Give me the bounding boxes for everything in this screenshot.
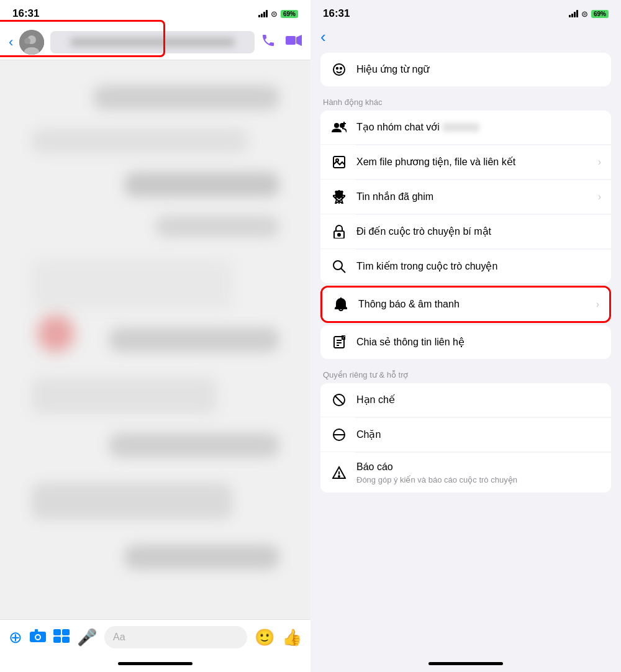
svg-point-27: [333, 261, 342, 270]
pinned-icon: [330, 188, 348, 206]
menu-scroll-area[interactable]: Hiệu ứng từ ngữ Hành động khác: [310, 53, 621, 655]
right-status-icons: ⊜ 69%: [569, 9, 609, 19]
menu-item-emoji-effects[interactable]: Hiệu ứng từ ngữ: [320, 53, 611, 86]
pinned-label: Tin nhắn đã ghim: [356, 191, 593, 204]
like-button[interactable]: 👍: [282, 628, 302, 647]
block-label: Chặn: [356, 429, 601, 442]
privacy-card: Hạn chế Chặn: [320, 383, 611, 493]
left-panel: 16:31 ⊜ 69% ‹: [0, 0, 310, 672]
right-battery-indicator: 69%: [591, 10, 609, 18]
pinned-text: Tin nhắn đã ghim: [356, 191, 593, 204]
pinned-chevron: ›: [598, 191, 601, 202]
red-blob: [37, 315, 75, 352]
search-icon: [330, 258, 348, 275]
menu-item-search[interactable]: Tìm kiếm trong cuộc trò chuyện: [320, 250, 611, 283]
add-button[interactable]: ⊕: [9, 628, 22, 647]
call-button[interactable]: [261, 33, 276, 52]
menu-item-report[interactable]: Báo cáo Đóng góp ý kiến và báo cáo cuộc …: [320, 453, 611, 493]
home-indicator-left: [0, 655, 310, 672]
avatar-image: [19, 30, 44, 55]
bottom-spacer: [310, 495, 621, 507]
media-files-label: Xem file phương tiện, file và liên kết: [356, 156, 593, 169]
home-bar: [118, 662, 193, 665]
notification-chevron: ›: [596, 299, 599, 310]
create-group-icon: [330, 119, 348, 136]
mic-button[interactable]: 🎤: [77, 628, 97, 647]
top-partial-item: Hiệu ứng từ ngữ: [320, 53, 611, 86]
svg-rect-10: [53, 629, 61, 635]
signal-icon: [258, 10, 268, 17]
secret-chat-icon: [330, 223, 348, 240]
share-contact-icon: [330, 334, 348, 351]
search-label: Tìm kiếm trong cuộc trò chuyện: [356, 260, 601, 273]
restrict-icon: [330, 391, 348, 409]
right-signal-icon: [569, 10, 578, 17]
svg-point-15: [337, 68, 338, 69]
menu-item-media-files[interactable]: Xem file phương tiện, file và liên kết ›: [320, 145, 611, 179]
share-contact-text: Chia sẻ thông tin liên hệ: [356, 336, 601, 349]
svg-rect-9: [35, 629, 38, 632]
svg-rect-11: [62, 629, 70, 635]
svg-line-32: [335, 396, 343, 404]
section-label-actions: Hành động khác: [310, 89, 621, 111]
report-label: Báo cáo: [356, 461, 601, 474]
contact-name-blurred: [71, 38, 234, 47]
menu-item-create-group[interactable]: Tạo nhóm chat với: [320, 111, 611, 145]
back-button-right[interactable]: ‹: [320, 27, 326, 47]
message-input[interactable]: Aa: [104, 626, 247, 648]
menu-item-pinned[interactable]: Tin nhắn đã ghim ›: [320, 180, 611, 214]
menu-item-notification[interactable]: Thông báo & âm thanh ›: [322, 288, 609, 321]
notification-sound-card: Thông báo & âm thanh ›: [320, 286, 611, 323]
chat-body: [0, 60, 310, 619]
svg-point-26: [338, 234, 340, 236]
notification-icon: [332, 296, 350, 313]
section-label-privacy: Quyền riêng tư & hỗ trợ: [310, 361, 621, 383]
video-button[interactable]: [286, 34, 302, 50]
camera-button[interactable]: [30, 628, 46, 647]
menu-item-secret-chat[interactable]: Đi đến cuộc trò chuyện bí mật: [320, 215, 611, 249]
emoji-button[interactable]: 🙂: [255, 628, 274, 647]
share-contact-label: Chia sẻ thông tin liên hệ: [356, 336, 601, 349]
notification-text: Thông báo & âm thanh: [358, 298, 591, 311]
svg-rect-13: [62, 637, 70, 643]
header-actions: [261, 33, 302, 52]
share-contact-card: Chia sẻ thông tin liên hệ: [320, 325, 611, 359]
contact-name-box: [50, 31, 255, 53]
report-sublabel: Đóng góp ý kiến và báo cáo cuộc trò chuy…: [356, 475, 601, 484]
svg-rect-4: [286, 36, 296, 45]
emoji-effects-icon: [330, 61, 348, 78]
menu-item-restrict[interactable]: Hạn chế: [320, 383, 611, 417]
home-indicator-right: [310, 655, 621, 672]
svg-point-17: [334, 123, 339, 128]
svg-line-28: [341, 268, 345, 273]
chat-footer: ⊕ 🎤 Aa 🙂 👍: [0, 619, 310, 655]
left-status-bar: 16:31 ⊜ 69%: [0, 0, 310, 25]
emoji-effects-text: Hiệu ứng từ ngữ: [356, 63, 601, 76]
svg-rect-12: [53, 637, 61, 643]
create-group-text: Tạo nhóm chat với: [356, 121, 601, 134]
back-button-left[interactable]: ‹: [9, 34, 13, 50]
svg-point-8: [36, 635, 40, 639]
svg-point-16: [340, 68, 342, 69]
right-panel: 16:31 ⊜ 69% ‹: [310, 0, 621, 672]
avatar[interactable]: [19, 30, 44, 55]
media-files-chevron: ›: [598, 157, 601, 168]
right-header: ‹: [310, 25, 621, 53]
right-home-bar: [428, 662, 503, 665]
report-text: Báo cáo Đóng góp ý kiến và báo cáo cuộc …: [356, 461, 601, 484]
block-icon: [330, 426, 348, 443]
svg-point-37: [338, 476, 340, 477]
right-time: 16:31: [323, 7, 350, 20]
emoji-effects-label: Hiệu ứng từ ngữ: [356, 63, 601, 76]
menu-item-share-contact[interactable]: Chia sẻ thông tin liên hệ: [320, 325, 611, 359]
left-header: ‹: [0, 25, 310, 60]
menu-item-block[interactable]: Chặn: [320, 418, 611, 452]
block-text: Chặn: [356, 429, 601, 442]
create-group-label: Tạo nhóm chat với: [356, 121, 601, 134]
notification-label: Thông báo & âm thanh: [358, 298, 591, 311]
secret-chat-text: Đi đến cuộc trò chuyện bí mật: [356, 225, 601, 238]
right-wifi-icon: ⊜: [581, 9, 588, 19]
input-placeholder: Aa: [113, 632, 125, 643]
gallery-button[interactable]: [53, 628, 70, 647]
wifi-icon: ⊜: [271, 9, 278, 19]
